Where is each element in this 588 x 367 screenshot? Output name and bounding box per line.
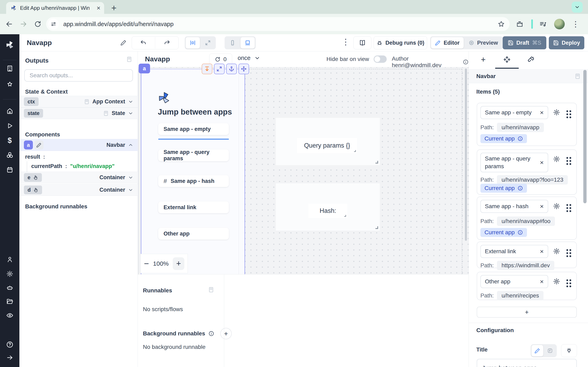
item-settings-icon[interactable] [553, 203, 560, 210]
query-params-container[interactable]: Query params {} [276, 118, 380, 165]
nav-item-query-params[interactable]: Same app - query params [158, 150, 229, 161]
undo-button[interactable] [132, 37, 155, 49]
preview-tab[interactable]: Preview [465, 37, 502, 49]
nav-item-other-app[interactable]: Other app [158, 228, 229, 240]
clear-icon[interactable]: × [540, 109, 544, 117]
sidebar-item-runs[interactable] [0, 120, 19, 131]
edit-app-name-icon[interactable] [121, 40, 127, 46]
centered-layout-button[interactable] [186, 37, 200, 49]
drag-handle[interactable] [565, 278, 571, 287]
zoom-out-button[interactable]: − [144, 259, 149, 268]
component-row-container-d[interactable]: d Container [19, 184, 138, 196]
component-row-navbar[interactable]: a Navbar [19, 139, 138, 151]
drag-handle[interactable] [565, 109, 571, 118]
resize-handle[interactable] [344, 215, 346, 217]
item-settings-icon[interactable] [553, 278, 560, 285]
profile-avatar[interactable] [554, 19, 565, 29]
panel-doc-icon[interactable] [208, 287, 214, 293]
resize-handle[interactable] [375, 226, 378, 229]
tab-close-icon[interactable]: × [96, 4, 100, 12]
browser-tab[interactable]: Edit App u/henri/navapp | Win × [6, 2, 104, 14]
resize-handle[interactable] [375, 161, 378, 164]
sidebar-expand-icon[interactable] [0, 352, 19, 363]
move-button[interactable] [238, 64, 249, 74]
clear-icon[interactable]: × [540, 159, 544, 166]
sidebar-item-folders[interactable] [0, 296, 19, 307]
hash-container[interactable]: Hash: [276, 183, 380, 231]
info-icon[interactable] [518, 185, 523, 191]
nav-item-hash[interactable]: # Same app - hash [158, 175, 229, 187]
redo-button[interactable] [155, 37, 178, 49]
forward-button[interactable] [16, 20, 31, 28]
add-background-runnable-button[interactable]: + [220, 328, 232, 339]
title-value-input[interactable] [477, 359, 577, 367]
search-outputs-input[interactable] [24, 69, 133, 82]
sidebar-item-resources[interactable] [0, 150, 19, 160]
sidebar-item-workspace[interactable] [0, 63, 19, 74]
panel-doc-icon[interactable] [575, 73, 581, 79]
fullscreen-button[interactable] [214, 64, 225, 74]
item-path-value[interactable]: u/henri/navapp [497, 123, 544, 132]
item-label-input[interactable]: Same app - query params× [480, 153, 548, 172]
sidebar-item-users[interactable] [0, 254, 19, 265]
panel-doc-icon[interactable] [126, 56, 132, 62]
clear-icon[interactable]: × [540, 203, 544, 210]
theme-tab[interactable] [524, 54, 538, 65]
resize-handle[interactable] [354, 150, 356, 152]
sidebar-item-settings[interactable] [0, 268, 19, 279]
more-options-icon[interactable]: ⋮ [342, 37, 350, 47]
sidebar-item-help[interactable] [0, 339, 19, 350]
refresh-mode-dropdown[interactable]: once [238, 55, 260, 61]
chevron-down-icon[interactable] [128, 99, 133, 104]
item-label-input[interactable]: External link× [480, 245, 548, 258]
sidebar-item-audit-logs[interactable] [0, 310, 19, 321]
item-label-input[interactable]: Other app× [480, 275, 548, 288]
windmill-logo[interactable] [0, 40, 19, 50]
expand-down-button[interactable] [202, 64, 212, 74]
drag-handle[interactable] [565, 203, 571, 212]
pencil-icon[interactable] [35, 141, 43, 150]
component-row-container-e[interactable]: e Container [19, 172, 138, 183]
sidebar-item-schedules[interactable] [0, 164, 19, 175]
editor-tab[interactable]: Editor [431, 37, 464, 49]
mobile-view-button[interactable] [225, 37, 240, 49]
item-path-value[interactable]: u/henri/recipes [497, 291, 544, 300]
back-button[interactable] [2, 20, 16, 28]
clear-icon[interactable]: × [540, 278, 544, 285]
new-tab-button[interactable]: + [111, 3, 117, 13]
chevron-down-icon[interactable] [128, 175, 133, 180]
refresh-count-button[interactable]: 0 [209, 54, 232, 65]
nav-item-external-link[interactable]: External link [158, 201, 229, 213]
add-nav-item-button[interactable]: + [477, 307, 577, 318]
extensions-icon[interactable] [512, 21, 527, 27]
sidebar-item-favorites[interactable] [0, 79, 19, 90]
address-bar[interactable]: app.windmill.dev/apps/edit/u/henri/navap… [46, 17, 510, 31]
item-path-value[interactable]: u/henri/navapp?foo=123 [497, 175, 568, 184]
info-icon[interactable] [208, 331, 214, 336]
chevron-down-icon[interactable] [128, 187, 133, 193]
zoom-in-button[interactable]: + [173, 257, 184, 270]
url-text[interactable]: app.windmill.dev/apps/edit/u/henri/navap… [63, 21, 498, 27]
panel-scrollbar[interactable] [583, 70, 587, 203]
media-queue-icon[interactable] [537, 20, 549, 28]
selection-id-badge[interactable]: a [139, 64, 150, 73]
insert-component-tab[interactable]: + [476, 54, 490, 65]
desktop-view-button[interactable] [241, 37, 255, 49]
canvas-scrollbar[interactable] [465, 68, 467, 241]
connect-button[interactable] [561, 344, 577, 357]
static-value-button[interactable] [531, 345, 543, 356]
deploy-button[interactable]: Deploy [549, 36, 584, 49]
sidebar-item-variables[interactable]: $ [0, 135, 19, 146]
selected-navbar-component[interactable]: Jump between apps Same app - empty Same … [141, 69, 245, 274]
chevron-down-icon[interactable] [128, 111, 133, 116]
sidebar-item-home[interactable] [0, 106, 19, 116]
clear-icon[interactable]: × [540, 248, 544, 255]
item-settings-icon[interactable] [553, 156, 560, 162]
chevron-up-icon[interactable] [128, 142, 133, 148]
drag-handle[interactable] [565, 156, 571, 165]
debug-runs-button[interactable]: Debug runs (0) [374, 36, 427, 49]
item-label-input[interactable]: Same app - hash× [480, 200, 548, 213]
ctx-row[interactable]: ctx App Context [19, 96, 138, 108]
tab-search-button[interactable] [572, 2, 583, 13]
sidebar-item-workers[interactable] [0, 282, 19, 293]
